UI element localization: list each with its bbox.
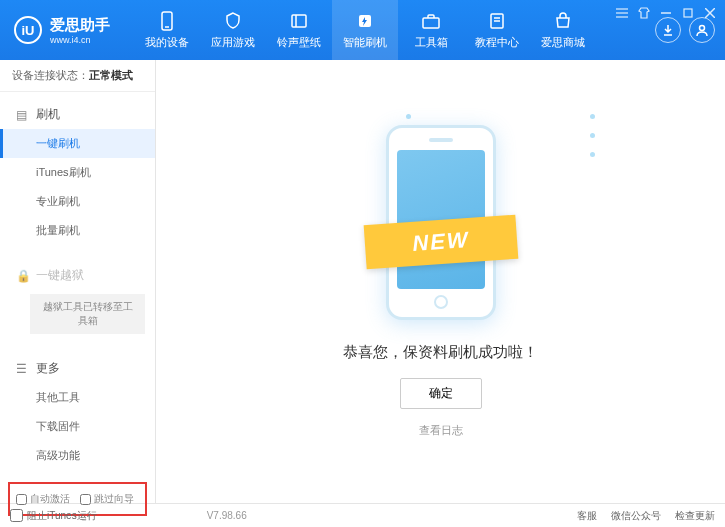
connection-status: 设备连接状态：正常模式 — [0, 60, 155, 92]
toolbox-icon — [420, 10, 442, 32]
lock-icon: 🔒 — [16, 269, 30, 283]
sidebar: 设备连接状态：正常模式 ▤ 刷机 一键刷机 iTunes刷机 专业刷机 批量刷机… — [0, 60, 156, 503]
sidebar-item-batch[interactable]: 批量刷机 — [0, 216, 155, 245]
sidebar-item-othertools[interactable]: 其他工具 — [0, 383, 155, 412]
version-label: V7.98.66 — [207, 510, 247, 521]
phone-illustration: NEW — [371, 125, 511, 325]
doc-icon: ▤ — [16, 108, 30, 122]
download-button[interactable] — [655, 17, 681, 43]
success-message: 恭喜您，保资料刷机成功啦！ — [343, 343, 538, 362]
svg-rect-5 — [423, 18, 439, 28]
app-title: 爱思助手 — [50, 16, 110, 35]
footer-link-wechat[interactable]: 微信公众号 — [611, 509, 661, 523]
top-nav: 我的设备 应用游戏 铃声壁纸 智能刷机 工具箱 教程中心 爱思商城 — [134, 0, 596, 60]
footer-link-update[interactable]: 检查更新 — [675, 509, 715, 523]
user-button[interactable] — [689, 17, 715, 43]
nav-toolbox[interactable]: 工具箱 — [398, 0, 464, 60]
footer-link-support[interactable]: 客服 — [577, 509, 597, 523]
store-icon — [552, 10, 574, 32]
maximize-icon[interactable] — [681, 6, 695, 20]
skin-icon[interactable] — [637, 6, 651, 20]
nav-flash[interactable]: 智能刷机 — [332, 0, 398, 60]
skip-guide-checkbox[interactable]: 跳过向导 — [80, 492, 134, 506]
flash-icon — [354, 10, 376, 32]
sidebar-item-itunes[interactable]: iTunes刷机 — [0, 158, 155, 187]
sidebar-item-advanced[interactable]: 高级功能 — [0, 441, 155, 470]
sidebar-header-more[interactable]: ☰ 更多 — [0, 354, 155, 383]
main-content: NEW 恭喜您，保资料刷机成功啦！ 确定 查看日志 — [156, 60, 725, 503]
ok-button[interactable]: 确定 — [400, 378, 482, 409]
auto-activate-checkbox[interactable]: 自动激活 — [16, 492, 70, 506]
list-icon: ☰ — [16, 362, 30, 376]
logo-icon: iU — [14, 16, 42, 44]
menu-icon[interactable] — [615, 6, 629, 20]
book-icon — [486, 10, 508, 32]
block-itunes-checkbox[interactable]: 阻止iTunes运行 — [10, 509, 97, 523]
sidebar-header-flash[interactable]: ▤ 刷机 — [0, 100, 155, 129]
phone-icon — [156, 10, 178, 32]
apps-icon — [222, 10, 244, 32]
nav-my-device[interactable]: 我的设备 — [134, 0, 200, 60]
svg-rect-2 — [292, 15, 306, 27]
decoration-dots — [590, 100, 595, 171]
nav-store[interactable]: 爱思商城 — [530, 0, 596, 60]
jailbreak-moved-note: 越狱工具已转移至工具箱 — [30, 294, 145, 334]
svg-point-16 — [700, 26, 705, 31]
nav-apps[interactable]: 应用游戏 — [200, 0, 266, 60]
media-icon — [288, 10, 310, 32]
app-logo: iU 爱思助手 www.i4.cn — [0, 16, 124, 45]
app-subtitle: www.i4.cn — [50, 35, 110, 45]
sidebar-item-firmware[interactable]: 下载固件 — [0, 412, 155, 441]
sidebar-item-oneclick[interactable]: 一键刷机 — [0, 129, 155, 158]
view-log-link[interactable]: 查看日志 — [419, 423, 463, 438]
svg-rect-13 — [684, 9, 692, 17]
sidebar-item-pro[interactable]: 专业刷机 — [0, 187, 155, 216]
sidebar-header-jailbreak: 🔒 一键越狱 — [0, 261, 155, 290]
nav-tutorials[interactable]: 教程中心 — [464, 0, 530, 60]
nav-ringtones[interactable]: 铃声壁纸 — [266, 0, 332, 60]
